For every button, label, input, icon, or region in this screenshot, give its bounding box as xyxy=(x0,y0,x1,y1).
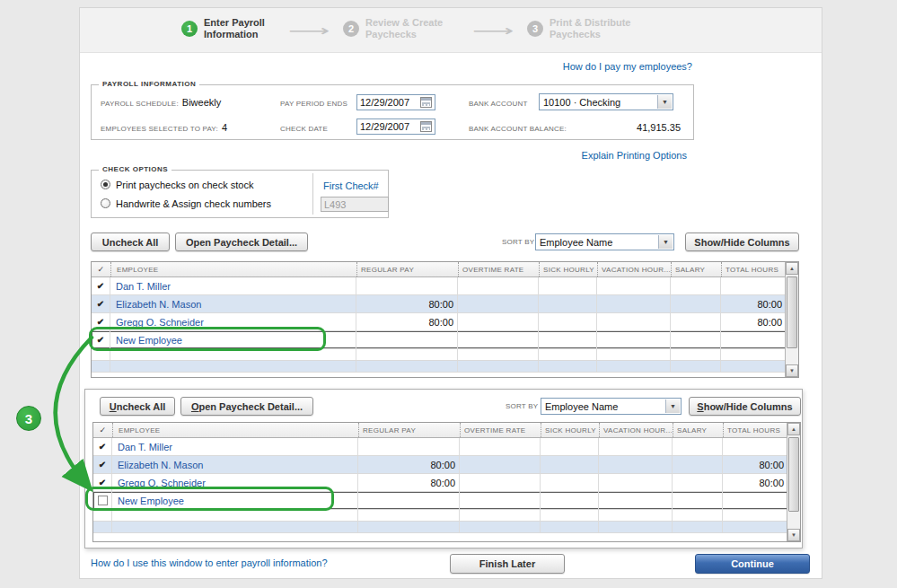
open-paycheck-detail-button[interactable]: Open Paycheck Detail... xyxy=(180,397,313,416)
cell-salary xyxy=(673,474,723,491)
calendar-icon[interactable] xyxy=(420,97,432,108)
step-arrow-icon: ⟶ xyxy=(288,22,330,40)
employee-name-link[interactable]: Gregg O. Schneider xyxy=(112,474,358,491)
scroll-track[interactable] xyxy=(786,275,798,364)
header-sick-hourly: SICK HOURLY xyxy=(539,262,597,276)
step-3-circle: 3 xyxy=(527,21,543,37)
row-checkbox[interactable]: ✔ xyxy=(93,474,112,491)
cell-regular-pay: 80:00 xyxy=(358,456,460,473)
bank-account-select[interactable]: 10100 · Checking ▼ xyxy=(539,93,673,110)
continue-button[interactable]: Continue xyxy=(695,554,810,574)
dropdown-arrow-icon[interactable]: ▼ xyxy=(657,95,672,109)
scrollbar[interactable]: ▲ ▼ xyxy=(787,423,800,541)
handwrite-checks-label[interactable]: Handwrite & Assign check numbers xyxy=(116,198,271,209)
row-checkbox[interactable]: ✔ xyxy=(92,277,110,294)
cell-overtime-rate xyxy=(460,456,541,473)
cell-regular-pay xyxy=(356,331,458,348)
scrollbar[interactable]: ▲ ▼ xyxy=(785,262,798,377)
show-hide-columns-button[interactable]: Show/Hide Columns xyxy=(689,397,801,416)
dropdown-arrow-icon[interactable]: ▼ xyxy=(665,399,680,413)
check-date-input[interactable]: 12/29/2007 xyxy=(356,118,435,135)
cell-overtime-rate xyxy=(458,313,539,330)
uncheck-all-button[interactable]: Uncheck All xyxy=(91,233,170,251)
cell-sick-hourly xyxy=(541,492,599,509)
finish-later-button[interactable]: Finish Later xyxy=(450,554,565,574)
sort-by-select[interactable]: Employee Name ▼ xyxy=(541,398,682,415)
header-employee: EMPLOYEE xyxy=(110,262,356,276)
employee-name-link[interactable]: Elizabeth N. Mason xyxy=(110,295,356,312)
step-2-label: Review & Create Paychecks xyxy=(365,17,443,40)
cell-overtime-rate xyxy=(458,331,539,348)
employee-name-link[interactable]: Elizabeth N. Mason xyxy=(112,456,358,473)
cell-overtime-rate xyxy=(460,474,541,491)
row-checkbox[interactable]: ✔ xyxy=(93,456,112,473)
scroll-up-button[interactable]: ▲ xyxy=(786,262,798,275)
check-date-label: CHECK DATE xyxy=(280,125,328,133)
how-do-i-pay-link[interactable]: How do I pay my employees? xyxy=(563,61,692,72)
check-options-legend: CHECK OPTIONS xyxy=(99,165,171,173)
cell-overtime-rate xyxy=(460,492,541,509)
table-row-new-employee[interactable]: New Employee xyxy=(93,492,788,510)
header-sick-hourly: SICK HOURLY xyxy=(541,423,599,437)
table-row[interactable]: ✔ Gregg O. Schneider 80:00 80:00 xyxy=(93,474,788,492)
table-row[interactable]: ✔ Dan T. Miller xyxy=(93,438,788,456)
table-row[interactable]: ✔ Elizabeth N. Mason 80:00 80:00 xyxy=(93,456,788,474)
scroll-track[interactable] xyxy=(787,435,800,529)
tutorial-inset-panel: Uncheck All Open Paycheck Detail... SORT… xyxy=(84,389,803,549)
cell-regular-pay: 80:00 xyxy=(358,474,460,491)
table-row-new-employee[interactable]: ✔ New Employee xyxy=(92,331,787,349)
calendar-icon[interactable] xyxy=(420,121,432,132)
scroll-down-button[interactable]: ▼ xyxy=(787,529,800,541)
explain-printing-options-link[interactable]: Explain Printing Options xyxy=(582,150,687,161)
print-paychecks-label[interactable]: Print paychecks on check stock xyxy=(116,180,253,190)
table-row[interactable]: ✔ Dan T. Miller xyxy=(92,277,787,295)
cell-sick-hourly xyxy=(539,313,597,330)
header-total-hours: TOTAL HOURS xyxy=(721,262,787,276)
scroll-thumb[interactable] xyxy=(788,437,799,512)
employee-name-link[interactable]: Dan T. Miller xyxy=(112,438,358,455)
cell-sick-hourly xyxy=(539,331,597,348)
sort-by-label: SORT BY xyxy=(506,402,538,410)
row-checkbox[interactable]: ✔ xyxy=(92,295,110,312)
cell-vacation xyxy=(599,492,673,509)
window-help-link[interactable]: How do I use this window to enter payrol… xyxy=(91,557,328,568)
empty-row xyxy=(93,510,788,522)
scroll-up-button[interactable]: ▲ xyxy=(787,423,800,435)
row-checkbox[interactable]: ✔ xyxy=(92,331,110,348)
table-header: ✓ EMPLOYEE REGULAR PAY OVERTIME RATE SIC… xyxy=(93,423,788,438)
employee-table-2: ✓ EMPLOYEE REGULAR PAY OVERTIME RATE SIC… xyxy=(92,422,801,542)
first-check-input[interactable]: L493 xyxy=(321,197,389,212)
employee-name-link[interactable]: New Employee xyxy=(110,331,356,348)
scroll-thumb[interactable] xyxy=(787,276,797,348)
header-check: ✓ xyxy=(93,423,112,437)
step-1-circle: 1 xyxy=(181,21,198,37)
payroll-schedule-label: PAYROLL SCHEDULE: xyxy=(101,100,179,108)
employee-name-link[interactable]: Dan T. Miller xyxy=(110,277,356,294)
handwrite-checks-radio[interactable] xyxy=(101,198,110,208)
cell-regular-pay xyxy=(358,492,460,509)
open-paycheck-detail-button[interactable]: Open Paycheck Detail... xyxy=(175,233,308,251)
row-checkbox-unchecked[interactable] xyxy=(93,492,112,509)
row-checkbox[interactable]: ✔ xyxy=(93,438,112,455)
pay-period-ends-input[interactable]: 12/29/2007 xyxy=(356,94,435,110)
header-total-hours: TOTAL HOURS xyxy=(723,423,788,437)
payroll-schedule-value: Biweekly xyxy=(182,97,221,108)
dropdown-arrow-icon[interactable]: ▼ xyxy=(658,235,673,249)
cell-vacation xyxy=(597,313,671,330)
sort-by-select[interactable]: Employee Name ▼ xyxy=(535,233,674,250)
first-check-label: First Check# xyxy=(323,180,379,191)
bank-balance-value: 41,915.35 xyxy=(637,122,681,133)
employee-name-link[interactable]: Gregg O. Schneider xyxy=(110,313,356,330)
employee-name-link[interactable]: New Employee xyxy=(112,492,358,509)
header-regular-pay: REGULAR PAY xyxy=(356,262,458,276)
cell-total-hours: 80:00 xyxy=(723,456,788,473)
table-row[interactable]: ✔ Gregg O. Schneider 80:00 80:00 xyxy=(92,313,787,331)
payroll-information-legend: PAYROLL INFORMATION xyxy=(99,80,199,88)
show-hide-columns-button[interactable]: Show/Hide Columns xyxy=(685,233,799,251)
row-checkbox[interactable]: ✔ xyxy=(92,313,110,330)
cell-sick-hourly xyxy=(541,474,599,491)
uncheck-all-button[interactable]: Uncheck All xyxy=(100,397,175,416)
table-row[interactable]: ✔ Elizabeth N. Mason 80:00 80:00 xyxy=(92,295,787,313)
print-paychecks-radio[interactable] xyxy=(101,180,110,189)
scroll-down-button[interactable]: ▼ xyxy=(786,364,798,377)
